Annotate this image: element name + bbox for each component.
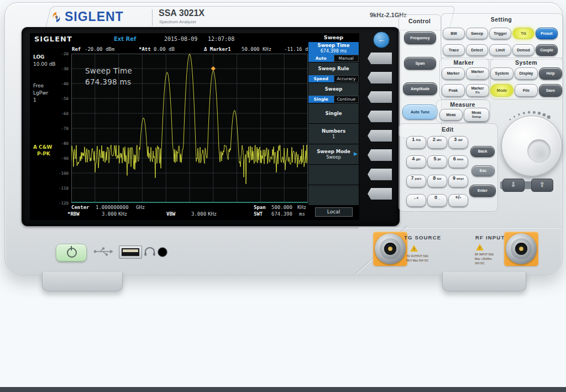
peak-button[interactable]: Peak [442,84,465,97]
toggle-option-speed[interactable]: Speed [308,75,334,82]
back-button[interactable]: Back [470,146,495,157]
sweep-button[interactable]: Sweep [466,28,488,39]
keypad-plusminus-button[interactable]: +/- [448,194,468,207]
headphone-jack [158,247,167,257]
toggle-option-auto[interactable]: Auto [308,55,334,62]
keypad-3-button[interactable]: 3def [448,136,468,149]
keypad-9-button[interactable]: 9wxyz [448,175,468,187]
menu-item-value: Sweep [326,155,341,160]
help-button[interactable]: Help [539,67,562,80]
softkey-button-7[interactable] [368,169,392,180]
keypad-4-button[interactable]: 4ghi [406,155,426,168]
mode-button[interactable]: Mode [490,84,513,97]
button-label: Marker [471,70,484,74]
keypad-8-button[interactable]: 8tuv [427,175,447,187]
keypad-1-button[interactable]: 1A/a [406,136,426,149]
span-button[interactable]: Span [404,57,436,70]
trigger-mode-label: Free [33,83,44,88]
enter-button[interactable]: Enter [469,185,496,197]
menu-item-single[interactable]: Single [308,103,359,123]
key-sub: A/a [416,138,421,142]
trigger-button[interactable]: Trigger [489,28,511,39]
softkey-button-1[interactable] [368,53,392,64]
keypad-2-button[interactable]: 2abc [427,136,447,149]
key-main: . [414,195,416,200]
local-status-softkey[interactable]: Local [315,207,353,217]
up-arrow-icon: ⇧ [539,181,545,189]
softkey-button-3[interactable] [368,91,392,103]
limit-button[interactable]: Limit [489,44,511,56]
toggle-option-manual[interactable]: Manual [334,55,359,62]
softkey-button-4[interactable] [368,111,392,122]
keypad-5-button[interactable]: 5jkl [427,155,447,168]
y-axis-tick-label: -80 [61,141,69,146]
rotary-knob[interactable] [501,116,562,176]
file-button[interactable]: File [515,84,538,97]
screen-date: 2015-08-09 [164,36,197,42]
spectrum-plot [71,54,308,203]
softkey-button-6[interactable] [368,149,392,161]
key-main: 3 [454,137,457,142]
ref-value: -20.00 dBm [85,46,114,52]
frequency-button[interactable]: Frequency [404,32,436,44]
save-button[interactable]: Save [539,84,562,97]
tg-button[interactable]: TG [512,28,534,39]
swt-value: 674.398 [271,211,292,217]
keypad-0-button[interactable]: 0_ [427,194,447,207]
menu-item-label: Numbers [322,128,345,134]
return-softkey-button[interactable]: ← [373,32,390,48]
toggle-option-single[interactable]: Single [308,96,334,103]
menu-item-sweep-rule[interactable]: Sweep Rule Speed Accuracy [308,62,359,82]
toggle-option-continue[interactable]: Continue [334,96,359,103]
vbw-value: 3.000 [191,211,206,217]
center-freq-label: Center [71,205,90,210]
preset-button[interactable]: Preset [536,28,558,39]
softkey-button-5[interactable] [368,130,392,142]
button-label: Meas [471,111,481,115]
button-label: Auto Tune [411,110,429,114]
menu-item-sweep[interactable]: Sweep Single Continue [308,83,359,103]
softkey-menu: Sweep Sweep Time 674.398 ms Auto Manual … [308,33,359,220]
rbw-label: *RBW [67,211,80,217]
bw-button[interactable]: BW [443,28,465,39]
marker-to-button[interactable]: Marker→ [466,67,489,80]
menu-item-sweep-time[interactable]: Sweep Time 674.398 ms Auto Manual [308,42,359,62]
screen-time: 12:07:08 [208,36,234,42]
marker-button[interactable]: Marker [442,67,465,80]
toggle-option-accuracy[interactable]: Accuracy [334,75,359,82]
y-axis-tick-label: -120 [59,201,69,206]
device-foot-right [442,272,526,291]
keypad-6-button[interactable]: 6mno [448,155,468,168]
key-main: 0 [434,195,437,200]
power-button[interactable] [56,244,87,262]
detect-button[interactable]: Detect [466,44,488,56]
softkey-button-2[interactable] [368,72,392,83]
tg-warning-line2: REV Max 50V DC [406,259,428,262]
keypad-dot-button[interactable]: .# [406,194,426,207]
rf-input-connector-pad [504,232,538,266]
spectrum-trace-chart [71,54,308,203]
esc-button[interactable]: Esc [471,165,495,176]
couple-button[interactable]: Couple [536,44,558,56]
button-label: Help [546,71,554,76]
demod-button[interactable]: Demod [512,44,534,56]
display-button[interactable]: Display [515,67,538,80]
y-axis-tick-label: -40 [61,81,69,86]
up-arrow-button[interactable]: ⇧ [531,179,553,192]
system-button[interactable]: System [490,67,513,80]
down-arrow-button[interactable]: ⇩ [502,179,525,192]
marker-fn-button[interactable]: MarkerFn [466,84,489,97]
rf-warning-line3: 50V DC [475,262,485,265]
softkey-button-8[interactable] [368,188,392,200]
trace-button[interactable]: Trace [443,44,465,56]
warning-icon: ! [476,244,484,250]
key-main: 7 [411,175,414,181]
meas-setup-button[interactable]: MeasSetup [464,108,489,122]
amplitude-button[interactable]: Amplitude [403,82,437,95]
auto-tune-button[interactable]: Auto Tune [402,104,438,119]
menu-item-sweep-mode[interactable]: Sweep Mode Sweep ▶ [308,144,359,164]
key-sub: mno [457,158,464,161]
menu-item-numbers[interactable]: Numbers 1 [308,124,359,144]
keypad-7-button[interactable]: 7pqrs [406,175,426,187]
meas-button[interactable]: Meas [439,109,463,121]
